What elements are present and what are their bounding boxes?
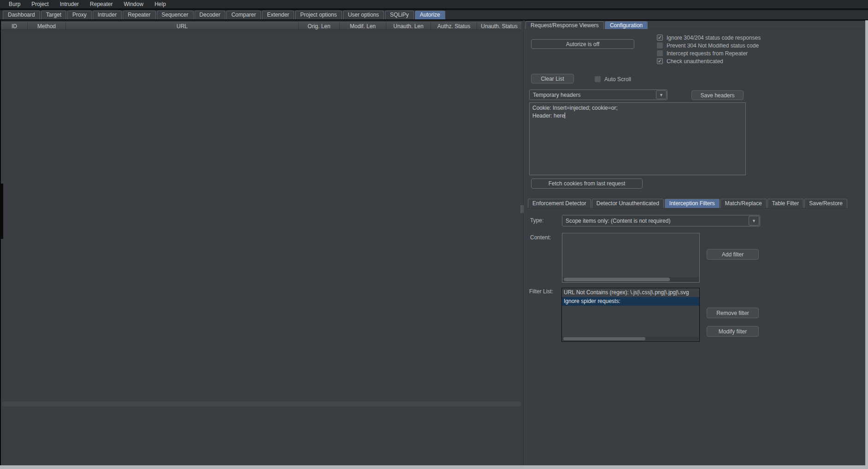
chevron-down-icon[interactable]: ▼ <box>749 216 759 226</box>
headers-line-2: Header: here <box>532 113 565 119</box>
menu-intruder[interactable]: Intruder <box>55 0 84 8</box>
tabbar-divider <box>0 19 868 21</box>
save-headers-button[interactable]: Save headers <box>691 90 744 100</box>
menu-help[interactable]: Help <box>149 0 171 8</box>
filter-list-hscrollbar-thumb[interactable] <box>563 337 645 340</box>
checkbox-prevent-304-icon[interactable] <box>657 42 663 48</box>
tab-detector-unauthenticated[interactable]: Detector Unauthenticated <box>592 199 664 208</box>
tab-comparer[interactable]: Comparer <box>226 11 261 19</box>
checkbox-prevent-304-label: Prevent 304 Not Modified status code <box>667 42 759 49</box>
clear-list-button[interactable]: Clear List <box>531 74 574 83</box>
sub-tabbar-divider <box>526 208 865 208</box>
chevron-down-icon[interactable]: ▼ <box>656 90 667 99</box>
tab-save-restore[interactable]: Save/Restore <box>804 199 847 208</box>
headers-line-1: Cookie: Insert=injected; cookie=or; <box>532 105 618 111</box>
filter-list[interactable]: URL Not Contains (regex): \.js|\.css|\.p… <box>561 288 700 342</box>
filter-content-textarea[interactable] <box>562 233 700 283</box>
checkbox-intercept-repeater-label: Intercept requests from Repeater <box>667 50 748 57</box>
tab-project-options[interactable]: Project options <box>295 11 342 19</box>
tab-interception-filters[interactable]: Interception Filters <box>665 199 720 208</box>
tab-intruder[interactable]: Intruder <box>93 11 122 19</box>
checkbox-row[interactable]: Prevent 304 Not Modified status code <box>657 42 759 49</box>
left-panel-border <box>0 20 1 465</box>
tab-enforcement-detector[interactable]: Enforcement Detector <box>528 199 591 208</box>
tab-target[interactable]: Target <box>41 11 66 19</box>
tab-table-filter[interactable]: Table Filter <box>768 199 804 208</box>
checkbox-check-unauthenticated-label: Check unauthenticated <box>667 58 723 65</box>
content-hscrollbar-thumb[interactable] <box>564 278 670 281</box>
menu-bar: Burp Project Intruder Repeater Window He… <box>0 0 868 8</box>
checkbox-row[interactable]: Intercept requests from Repeater <box>657 50 748 57</box>
window-hscrollbar[interactable] <box>0 465 868 469</box>
checkbox-ignore-304-icon[interactable] <box>657 35 663 41</box>
column-authz-status[interactable]: Authz. Status <box>431 23 477 30</box>
right-tabbar-divider <box>526 29 865 30</box>
type-label: Type: <box>530 217 543 224</box>
left-panel-notch <box>0 184 3 239</box>
tab-user-options[interactable]: User options <box>343 11 384 19</box>
window-vscrollbar[interactable] <box>865 20 868 465</box>
menu-burp[interactable]: Burp <box>4 0 25 8</box>
checkbox-ignore-304-label: Ignore 304/204 status code responses <box>667 35 761 41</box>
checkbox-row[interactable]: Check unauthenticated <box>657 58 723 65</box>
panel-splitter-edge <box>524 20 524 465</box>
column-modif-len[interactable]: Modif. Len <box>340 23 386 30</box>
auto-scroll-label: Auto Scroll <box>604 76 631 83</box>
text-caret <box>565 113 565 119</box>
headers-preset-combobox[interactable]: Temporary headers ▼ <box>529 89 667 100</box>
filter-type-combobox[interactable]: Scope items only: (Content is not requir… <box>562 215 760 226</box>
fetch-cookies-button[interactable]: Fetch cookies from last request <box>531 178 643 189</box>
filter-type-value: Scope items only: (Content is not requir… <box>563 218 749 224</box>
tab-configuration[interactable]: Configuration <box>605 21 648 30</box>
checkbox-row[interactable]: Ignore 304/204 status code responses <box>657 34 761 41</box>
menu-project[interactable]: Project <box>26 0 53 8</box>
filter-list-hscrollbar[interactable] <box>562 337 699 341</box>
results-table-hscrollbar[interactable] <box>1 402 521 406</box>
column-id[interactable]: ID <box>1 23 28 30</box>
right-tab-bar: Request/Response Viewers Configuration <box>526 21 649 30</box>
column-unauth-status[interactable]: Unauth. Status <box>477 23 521 30</box>
tab-repeater[interactable]: Repeater <box>123 11 155 19</box>
tab-sqlipy[interactable]: SQLiPy <box>385 11 414 19</box>
config-sub-tab-bar: Enforcement Detector Detector Unauthenti… <box>528 198 848 208</box>
headers-preset-value: Temporary headers <box>530 92 656 98</box>
tab-dashboard[interactable]: Dashboard <box>3 11 40 19</box>
filter-list-item[interactable]: URL Not Contains (regex): \.js|\.css|\.p… <box>562 288 699 297</box>
column-method[interactable]: Method <box>28 23 66 30</box>
content-label: Content: <box>530 234 551 241</box>
column-unauth-len[interactable]: Unauth. Len <box>386 23 431 30</box>
menu-repeater[interactable]: Repeater <box>85 0 118 8</box>
auto-scroll-row[interactable]: Auto Scroll <box>595 76 631 83</box>
results-table-header: ID Method URL Orig. Len Modif. Len Unaut… <box>1 22 521 30</box>
content-hscrollbar[interactable] <box>563 277 699 282</box>
add-filter-button[interactable]: Add filter <box>707 249 759 260</box>
tab-extender[interactable]: Extender <box>262 11 294 19</box>
filter-list-label: Filter List: <box>529 288 553 295</box>
auto-scroll-checkbox-icon[interactable] <box>595 76 601 82</box>
modify-filter-button[interactable]: Modify filter <box>707 326 759 337</box>
filter-list-item-selected[interactable]: Ignore spider requests: <box>562 297 699 306</box>
menu-window[interactable]: Window <box>118 0 148 8</box>
checkbox-check-unauthenticated-icon[interactable] <box>657 58 663 64</box>
tab-request-response-viewers[interactable]: Request/Response Viewers <box>526 21 604 30</box>
splitter-grip-icon[interactable] <box>521 205 523 213</box>
tab-sequencer[interactable]: Sequencer <box>157 11 194 19</box>
tab-autorize[interactable]: Autorize <box>415 11 445 19</box>
checkbox-intercept-repeater-icon[interactable] <box>657 50 663 56</box>
remove-filter-button[interactable]: Remove filter <box>707 308 759 318</box>
headers-textarea[interactable]: Cookie: Insert=injected; cookie=or;Heade… <box>529 102 746 175</box>
main-tab-bar: Dashboard Target Proxy Intruder Repeater… <box>0 10 868 19</box>
tab-match-replace[interactable]: Match/Replace <box>720 199 767 208</box>
tab-decoder[interactable]: Decoder <box>195 11 225 19</box>
column-url[interactable]: URL <box>66 23 299 30</box>
column-orig-len[interactable]: Orig. Len <box>299 23 340 30</box>
autorize-toggle-button[interactable]: Autorize is off <box>531 39 634 49</box>
tab-proxy[interactable]: Proxy <box>67 11 92 19</box>
burp-window: Burp Project Intruder Repeater Window He… <box>0 0 868 469</box>
